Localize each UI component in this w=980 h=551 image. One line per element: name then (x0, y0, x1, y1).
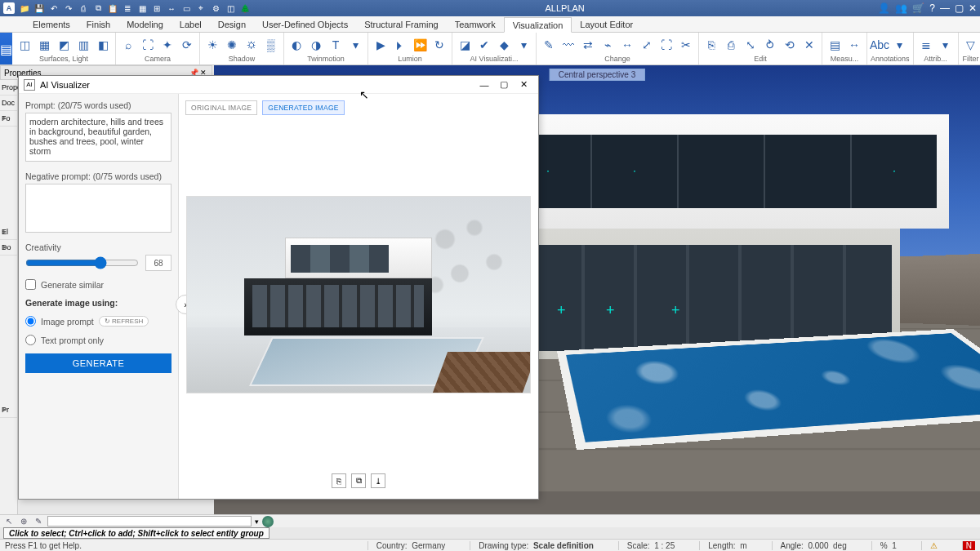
sidebar-item-do[interactable]: ▸Do (0, 240, 17, 256)
ribbon-button[interactable]: ⏩ (411, 36, 429, 54)
tab-generated-image[interactable]: GENERATED IMAGE (262, 100, 345, 115)
app-icon[interactable]: A (3, 2, 15, 14)
close-icon[interactable]: ✕ (969, 2, 977, 14)
user-icon[interactable]: 👤 (878, 2, 890, 14)
qat-copy-icon[interactable]: ⧉ (91, 2, 105, 15)
generate-similar-checkbox[interactable] (25, 279, 36, 290)
cart-icon[interactable]: 🛒 (912, 2, 924, 14)
tab-structural-framing[interactable]: Structural Framing (356, 16, 446, 32)
ribbon-button[interactable]: ✂ (677, 36, 695, 54)
ribbon-button[interactable]: ✺ (223, 36, 241, 54)
ribbon-button[interactable]: ◐ (287, 36, 305, 54)
app-menu-button[interactable]: ▤ (0, 33, 12, 65)
ribbon-button[interactable]: 〰 (559, 36, 577, 54)
add-icon[interactable]: ⊕ (18, 516, 29, 527)
ribbon-button[interactable]: ⇄ (579, 36, 597, 54)
ribbon-button[interactable]: ✔ (475, 36, 493, 54)
ribbon-button[interactable]: ☀ (203, 36, 221, 54)
ribbon-button[interactable]: ▽ (962, 36, 980, 54)
help-icon[interactable]: ? (929, 2, 935, 14)
ribbon-button[interactable]: ✕ (800, 36, 818, 54)
copy-image-icon[interactable]: ⎘ (332, 473, 346, 488)
sidebar-item-fo[interactable]: ▸Fo (0, 111, 17, 127)
qat-redo-icon[interactable]: ↷ (62, 2, 75, 15)
ribbon-button[interactable]: ▦ (35, 36, 53, 54)
ribbon-button[interactable]: ⛭ (243, 36, 261, 54)
ribbon-button[interactable]: ⥁ (761, 36, 779, 54)
ribbon-button[interactable]: ≣ (917, 36, 935, 54)
qat-grid-icon[interactable]: ⊞ (150, 2, 163, 15)
ribbon-button[interactable]: ◩ (55, 36, 73, 54)
ribbon-button[interactable]: ▾ (890, 36, 908, 54)
creativity-slider[interactable] (25, 256, 139, 269)
tab-elements[interactable]: Elements (24, 16, 78, 32)
edit-icon[interactable]: ✎ (33, 516, 44, 527)
globe-icon[interactable] (262, 516, 274, 527)
ribbon-button[interactable]: ⌕ (119, 36, 137, 54)
status-scale[interactable]: Scale: 1 : 25 (618, 541, 683, 550)
refresh-button[interactable]: ↻ REFRESH (99, 316, 149, 327)
ribbon-button[interactable]: T (327, 36, 345, 54)
ai-maximize-icon[interactable]: ▢ (494, 77, 514, 93)
tab-modeling[interactable]: Modeling (118, 16, 172, 32)
sidebar-item-pr[interactable]: ▸Pr (0, 402, 17, 418)
tab-finish[interactable]: Finish (78, 16, 118, 32)
qat-tree-icon[interactable]: 🌲 (238, 2, 252, 15)
qat-undo-icon[interactable]: ↶ (47, 2, 60, 15)
ribbon-button[interactable]: ◧ (94, 36, 112, 54)
ribbon-button[interactable]: Abc (871, 36, 889, 54)
status-angle[interactable]: Angle: 0.000 deg (772, 541, 855, 550)
tab-layout-editor[interactable]: Layout Editor (572, 16, 641, 32)
qat-config-icon[interactable]: ⚙ (209, 2, 222, 15)
qat-view-icon[interactable]: ▦ (136, 2, 149, 15)
ribbon-button[interactable]: ⎘ (702, 36, 720, 54)
ribbon-button[interactable]: ⛶ (139, 36, 157, 54)
group-icon[interactable]: 👥 (895, 2, 907, 14)
negative-prompt-input[interactable] (25, 184, 172, 233)
sidebar-item-properties[interactable]: Prope (0, 80, 17, 96)
status-country[interactable]: Country: Germany (368, 541, 453, 550)
sidebar-item-el[interactable]: ▸El (0, 224, 17, 240)
ribbon-button[interactable]: ▥ (74, 36, 92, 54)
qat-layers-icon[interactable]: ≣ (121, 2, 134, 15)
download-image-icon[interactable]: ⤓ (371, 473, 385, 488)
ribbon-button[interactable]: ⤢ (638, 36, 656, 54)
ribbon-button[interactable]: ⏵ (391, 36, 409, 54)
restore-icon[interactable]: ▢ (955, 2, 964, 14)
command-input[interactable] (47, 516, 252, 527)
ribbon-button[interactable]: ▶ (372, 36, 390, 54)
ribbon-button[interactable]: ▤ (826, 36, 844, 54)
ribbon-button[interactable]: ↔ (618, 36, 636, 54)
ribbon-button[interactable]: ▾ (346, 36, 364, 54)
image-prompt-radio[interactable] (25, 316, 36, 327)
ribbon-button[interactable]: ⛶ (657, 36, 675, 54)
status-warning-icon[interactable]: ⚠ (921, 541, 946, 550)
ribbon-button[interactable]: ◆ (495, 36, 513, 54)
prompt-input[interactable]: modern architecture, hills and trees in … (25, 113, 172, 162)
ai-window-titlebar[interactable]: AI AI Visualizer — ▢ ✕ (19, 76, 538, 94)
ribbon-button[interactable]: ◑ (307, 36, 325, 54)
generated-image[interactable] (187, 197, 530, 393)
tab-user-defined-objects[interactable]: User-Defined Objects (254, 16, 356, 32)
ribbon-button[interactable]: ⤡ (742, 36, 760, 54)
sidebar-item-doc[interactable]: Doc (0, 96, 17, 111)
ribbon-button[interactable]: ↻ (430, 36, 448, 54)
ai-close-icon[interactable]: ✕ (514, 77, 533, 93)
tab-teamwork[interactable]: Teamwork (447, 16, 504, 32)
select-tool-icon[interactable]: ↖ (3, 516, 15, 527)
qat-print-icon[interactable]: ⎙ (77, 2, 90, 15)
status-percent[interactable]: % 1 (871, 541, 905, 550)
creativity-value[interactable]: 68 (145, 255, 172, 271)
tab-visualization[interactable]: Visualization (504, 17, 572, 33)
tab-original-image[interactable]: ORIGINAL IMAGE (185, 100, 257, 115)
ribbon-button[interactable]: ⟳ (178, 36, 196, 54)
text-prompt-radio[interactable] (25, 335, 36, 345)
command-dropdown-icon[interactable]: ▾ (255, 518, 259, 526)
status-mode[interactable]: N (962, 541, 975, 550)
generate-button[interactable]: GENERATE (25, 353, 172, 373)
qat-paste-icon[interactable]: 📋 (106, 2, 119, 15)
status-drawing-type[interactable]: Drawing type: Scale definition (470, 541, 602, 550)
perspective-label[interactable]: Central perspective 3 (550, 69, 645, 81)
ribbon-button[interactable]: ◪ (456, 36, 474, 54)
qat-save-icon[interactable]: 💾 (33, 2, 46, 15)
